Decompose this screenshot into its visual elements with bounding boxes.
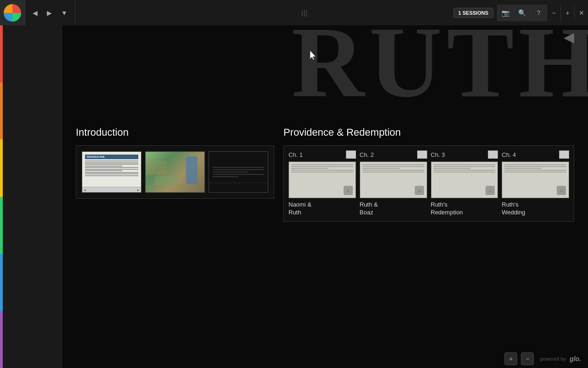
chapter-2-column: Ch. 2 ■	[360, 150, 427, 217]
chapter-4-checkbox[interactable]	[559, 150, 569, 159]
chapter-3-lines	[431, 162, 498, 175]
bottom-bar: + − powered by glo.	[124, 350, 588, 368]
chapter-4-column: Ch. 4 ■	[502, 150, 569, 217]
chapter-3-name: Ruth'sRedemption	[431, 201, 463, 217]
color-bar-purple	[0, 311, 3, 368]
sessions-count: 1	[458, 10, 461, 16]
chapter-1-lines	[289, 162, 356, 175]
zoom-out-button[interactable]: −	[521, 352, 534, 365]
nav-buttons: ◀ ▶ ▼	[25, 0, 75, 25]
chapter-2-checkbox[interactable]	[417, 150, 427, 159]
search-button[interactable]: 🔍	[514, 5, 530, 21]
app-logo[interactable]	[0, 0, 25, 25]
dark-line-4	[213, 174, 264, 175]
chapter-4-label: Ch. 4	[502, 151, 516, 158]
color-bar-green	[0, 197, 3, 254]
sections-container: Introduction INTRODUCTION	[76, 126, 574, 222]
chapter-4-lines	[502, 162, 569, 175]
lock-icon-2: ■	[418, 188, 420, 193]
background-title: RUTH	[291, 25, 588, 113]
chapter-2-lines	[360, 162, 427, 175]
intro-thumb-3[interactable]	[209, 151, 268, 193]
chapter-3-header: Ch. 3	[431, 150, 498, 159]
providence-section: Providence & Redemption Ch. 1	[283, 126, 574, 222]
camera-button[interactable]: 📷	[497, 5, 514, 21]
main-content: RUTH ◀ Introduction INTRODUCTION	[62, 25, 588, 368]
chapter-3-lock: ■	[486, 186, 495, 195]
intro-thumb-1[interactable]: INTRODUCTION ◀	[82, 151, 141, 193]
chapter-1-name: Naomi &Ruth	[288, 201, 311, 217]
intro-thumbnails: INTRODUCTION ◀	[76, 145, 274, 199]
zoom-in-button[interactable]: +	[504, 352, 517, 365]
maximize-button[interactable]: +	[560, 5, 574, 21]
glo-brand: glo.	[570, 355, 581, 362]
intro-line-7	[85, 170, 122, 171]
chapter-4-header: Ch. 4	[502, 150, 569, 159]
providence-grid: Ch. 1 ■	[283, 145, 574, 222]
intro-line-2	[85, 162, 138, 163]
chapter-3-checkbox[interactable]	[488, 150, 498, 159]
sessions-badge: 1 SESSIONS	[453, 8, 493, 18]
chapter-3-label: Ch. 3	[431, 151, 445, 158]
color-bar-yellow	[0, 139, 3, 196]
intro-line-10	[85, 175, 138, 176]
chapter-1-lock: ■	[344, 186, 353, 195]
providence-section-title: Providence & Redemption	[283, 126, 574, 138]
intro-line-8	[85, 172, 138, 173]
chapter-4-lock: ■	[557, 186, 566, 195]
intro-thumb-header: INTRODUCTION	[85, 155, 138, 159]
chapter-1-thumbnail[interactable]: ■	[288, 161, 356, 198]
chapter-3-thumbnail[interactable]: ■	[431, 161, 498, 198]
powered-by-text: powered by	[540, 356, 566, 362]
chapter-1-column: Ch. 1 ■	[288, 150, 356, 217]
window-controls: − + ✕	[547, 5, 588, 21]
close-button[interactable]: ✕	[574, 5, 588, 21]
chapter-1-checkbox[interactable]	[346, 150, 356, 159]
color-bar-red	[0, 25, 3, 82]
chapter-2-header: Ch. 2	[360, 150, 427, 159]
intro-line-9	[85, 173, 138, 174]
dark-line-1	[213, 167, 264, 168]
forward-button[interactable]: ▶	[43, 7, 56, 18]
intro-text-lines	[85, 161, 138, 176]
top-bar: ◀ ▶ ▼ ||| 1 SESSIONS 📷 🔍 ? − + ✕	[0, 0, 588, 25]
slide-left-arrow[interactable]: ◀	[564, 29, 574, 45]
top-right-controls: 1 SESSIONS 📷 🔍 ? − + ✕	[453, 0, 588, 25]
app-logo-circle	[4, 4, 21, 22]
lock-icon-1: ■	[347, 188, 350, 193]
dropdown-button[interactable]: ▼	[57, 7, 71, 18]
chapter-1-label: Ch. 1	[288, 151, 303, 158]
chapter-1-header: Ch. 1	[288, 150, 356, 159]
help-button[interactable]: ?	[530, 5, 547, 21]
intro-section: Introduction INTRODUCTION	[76, 126, 274, 199]
dark-slide-lines	[209, 163, 268, 181]
lock-icon-3: ■	[489, 188, 492, 193]
dark-line-2	[213, 169, 264, 170]
chapter-4-thumbnail[interactable]: ■	[502, 161, 569, 198]
chapter-2-lock: ■	[415, 186, 424, 195]
sidebar-color-bars	[0, 25, 3, 368]
color-bar-blue	[0, 254, 3, 311]
intro-line-5	[85, 167, 138, 168]
map-visual	[146, 152, 204, 192]
cursor-indicator	[310, 51, 319, 62]
chapter-2-name: Ruth &Boaz	[360, 201, 378, 217]
minimize-button[interactable]: −	[547, 5, 560, 21]
chapter-2-label: Ch. 2	[360, 151, 374, 158]
intro-section-title: Introduction	[76, 126, 274, 138]
intro-line-3	[85, 164, 138, 165]
intro-line-1	[85, 161, 138, 161]
back-button[interactable]: ◀	[29, 7, 41, 18]
dark-line-3	[213, 172, 249, 172]
chapter-4-name: Ruth'sWedding	[502, 201, 525, 217]
chapter-2-thumbnail[interactable]: ■	[360, 161, 427, 198]
drag-handle: |||	[297, 8, 312, 17]
left-sidebar	[0, 25, 62, 368]
intro-thumb-2[interactable]	[145, 151, 205, 193]
intro-line-4	[85, 166, 122, 167]
lock-icon-4: ■	[560, 188, 563, 193]
sessions-label: SESSIONS	[463, 10, 488, 16]
intro-line-6	[85, 169, 138, 170]
chapter-3-column: Ch. 3 ■	[431, 150, 498, 217]
map-blue-water	[186, 156, 198, 184]
